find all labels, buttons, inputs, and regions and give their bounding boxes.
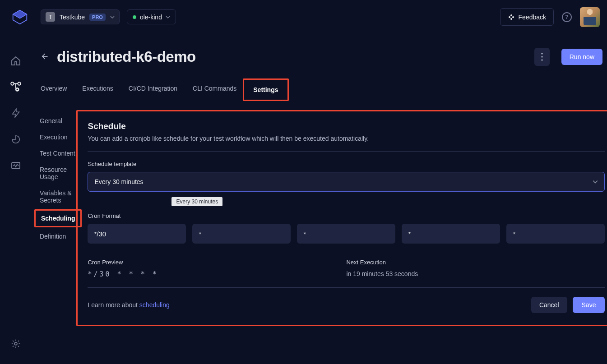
feedback-label: Feedback (519, 14, 546, 21)
next-execution-value: in 19 minutes 53 seconds (346, 270, 605, 277)
chevron-down-icon (166, 15, 170, 19)
rail-analytics[interactable] (9, 133, 23, 146)
rail-home[interactable] (9, 54, 23, 68)
subnav-resource-usage[interactable]: Resource Usage (40, 166, 76, 180)
svg-rect-5 (510, 18, 512, 20)
svg-rect-2 (509, 16, 510, 18)
subnav-execution[interactable]: Execution (40, 134, 76, 141)
subnav-general[interactable]: General (40, 117, 76, 124)
settings-subnav: General Execution Test Content Resource … (40, 110, 76, 326)
schedule-template-value: Every 30 minutes (94, 178, 143, 185)
cron-month-input[interactable] (402, 224, 500, 244)
svg-point-13 (541, 59, 542, 60)
user-avatar[interactable] (580, 7, 600, 27)
cron-format-label: Cron Format (88, 212, 605, 219)
env-switcher[interactable]: ole-kind (127, 9, 176, 24)
org-name: Testkube (60, 14, 85, 21)
rail-workflows[interactable] (9, 80, 23, 94)
cron-inputs-row (88, 224, 605, 244)
cancel-button[interactable]: Cancel (531, 297, 567, 313)
org-avatar: T (46, 12, 55, 22)
rail-lightning[interactable] (9, 106, 23, 120)
cron-preview-label: Cron Preview (88, 259, 346, 266)
help-icon[interactable]: ? (562, 12, 572, 22)
main-content: distributed-k6-demo Run now Overview Exe… (32, 34, 607, 364)
chevron-down-icon (593, 179, 598, 184)
schedule-panel: Schedule You can add a cronjob like sche… (78, 111, 607, 325)
top-bar: T Testkube PRO ole-kind Feedback ? (0, 0, 607, 34)
schedule-title: Schedule (88, 121, 605, 131)
divider (88, 151, 605, 152)
tab-bar: Overview Executions CI/CD Integration CL… (40, 82, 607, 97)
subnav-scheduling[interactable]: Scheduling (41, 215, 75, 222)
rail-settings[interactable] (9, 337, 23, 350)
learn-more-text: Learn more about scheduling (88, 301, 169, 309)
chevron-down-icon (110, 15, 115, 19)
pro-badge: PRO (89, 14, 106, 21)
org-switcher[interactable]: T Testkube PRO (41, 9, 120, 24)
svg-point-7 (18, 82, 21, 85)
svg-point-12 (541, 56, 542, 57)
feedback-button[interactable]: Feedback (500, 8, 554, 26)
schedule-panel-highlight: Schedule You can add a cronjob like sche… (76, 110, 607, 326)
tab-cicd[interactable]: CI/CD Integration (128, 82, 178, 97)
more-actions-button[interactable] (534, 48, 550, 66)
app-logo[interactable] (7, 5, 32, 30)
svg-point-6 (11, 82, 14, 85)
save-button[interactable]: Save (573, 297, 605, 313)
back-arrow-icon[interactable] (40, 52, 50, 62)
svg-marker-1 (13, 10, 27, 18)
cron-preview-value: */30 * * * * (88, 270, 346, 278)
left-rail (0, 34, 32, 364)
learn-more-link[interactable]: scheduling (139, 301, 170, 309)
run-now-button[interactable]: Run now (561, 49, 602, 65)
slack-icon (508, 14, 515, 21)
cron-minute-input[interactable] (88, 224, 186, 244)
tab-overview[interactable]: Overview (40, 82, 68, 97)
tab-executions[interactable]: Executions (81, 82, 114, 97)
next-execution-label: Next Execution (346, 259, 605, 266)
schedule-template-tooltip: Every 30 minutes (171, 197, 222, 206)
page-header: distributed-k6-demo Run now (40, 48, 607, 66)
status-dot-icon (133, 15, 136, 19)
schedule-template-label: Schedule template (88, 161, 605, 167)
kebab-icon (541, 53, 543, 61)
env-name: ole-kind (140, 14, 162, 21)
tab-settings[interactable]: Settings (252, 83, 279, 96)
divider (88, 287, 605, 288)
subnav-definition[interactable]: Definition (40, 233, 76, 240)
cron-hour-input[interactable] (192, 224, 291, 244)
schedule-template-select[interactable]: Every 30 minutes (88, 172, 605, 192)
rail-monitor[interactable] (9, 159, 23, 172)
cron-day-input[interactable] (297, 224, 395, 244)
svg-rect-3 (510, 14, 512, 16)
tab-cli[interactable]: CLI Commands (192, 82, 237, 97)
svg-rect-9 (12, 162, 20, 169)
page-title: distributed-k6-demo (57, 48, 196, 65)
svg-point-11 (541, 53, 542, 54)
subnav-test-content[interactable]: Test Content (40, 150, 76, 157)
cron-weekday-input[interactable] (506, 224, 605, 244)
svg-point-10 (14, 342, 17, 345)
subnav-variables-secrets[interactable]: Variables & Secrets (40, 189, 76, 204)
schedule-description: You can add a cronjob like schedule for … (88, 135, 605, 142)
svg-rect-4 (512, 16, 514, 18)
